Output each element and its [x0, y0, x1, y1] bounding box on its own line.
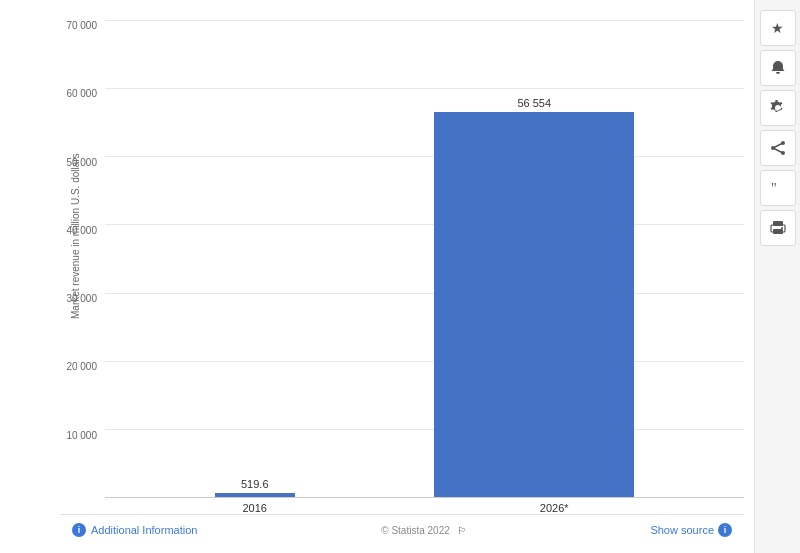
bar-group-2016: 519.6: [215, 478, 295, 497]
svg-text:": ": [771, 181, 777, 196]
x-label-2016: 2016: [215, 502, 295, 514]
bell-button[interactable]: [760, 50, 796, 86]
additional-info-label: Additional Information: [91, 524, 197, 536]
share-button[interactable]: [760, 130, 796, 166]
x-axis: 2016 2026*: [60, 502, 744, 514]
sidebar: ★ ": [754, 0, 800, 553]
cite-button[interactable]: ": [760, 170, 796, 206]
y-tick-2: 20 000: [66, 361, 97, 372]
bars-container: 519.6 56 554: [105, 20, 744, 497]
footer: i Additional Information © Statista 2022…: [60, 514, 744, 543]
svg-line-4: [773, 148, 783, 153]
bar-group-2026: 56 554: [434, 97, 634, 497]
show-source-button[interactable]: Show source i: [650, 523, 732, 537]
svg-line-3: [773, 143, 783, 148]
svg-rect-8: [773, 229, 783, 234]
svg-point-9: [781, 227, 783, 229]
statista-credit: © Statista 2022 🏳: [381, 525, 466, 536]
bar-value-2026: 56 554: [517, 97, 551, 109]
y-tick-7: 70 000: [66, 20, 97, 31]
additional-info-button[interactable]: i Additional Information: [72, 523, 197, 537]
y-tick-1: 10 000: [66, 430, 97, 441]
y-axis-label: Market revenue in million U.S. dollars: [70, 199, 81, 319]
bar-2026: [434, 112, 634, 497]
x-label-2026: 2026*: [514, 502, 594, 514]
info-icon-left: i: [72, 523, 86, 537]
show-source-label: Show source: [650, 524, 714, 536]
settings-button[interactable]: [760, 90, 796, 126]
bar-2016: [215, 493, 295, 497]
print-button[interactable]: [760, 210, 796, 246]
bar-value-2016: 519.6: [241, 478, 269, 490]
info-icon-right: i: [718, 523, 732, 537]
bookmark-button[interactable]: ★: [760, 10, 796, 46]
plot-area: 519.6 56 554: [105, 20, 744, 498]
y-axis: 70 000 60 000 50 000 40 000 30 000 20 00…: [60, 20, 105, 498]
y-tick-6: 60 000: [66, 88, 97, 99]
